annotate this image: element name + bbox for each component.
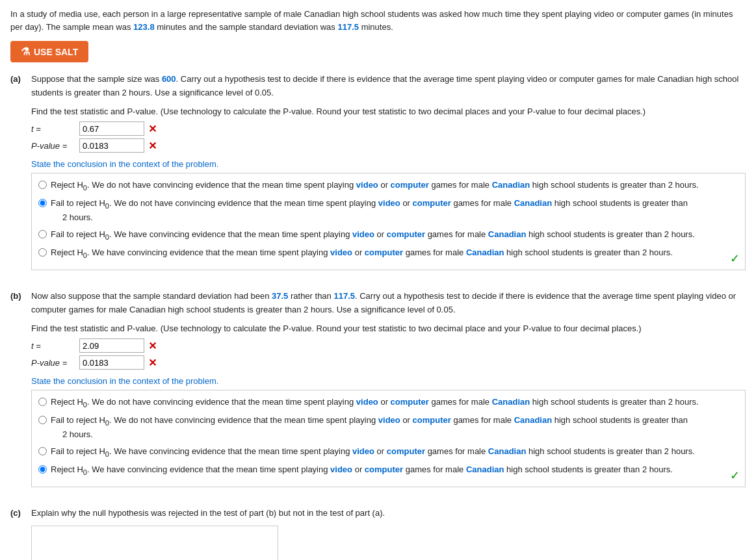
part-b-radio-4[interactable] [38,465,47,474]
part-a-radio-box: Reject H0. We do not have convincing evi… [31,173,746,270]
intro-paragraph: In a study of media use, each person in … [10,8,746,33]
part-b-sd-old: 117.5 [333,291,355,301]
part-b-t-clear[interactable]: ✕ [148,340,157,352]
part-a-state-conclusion: State the conclusion in the context of t… [31,159,746,169]
part-b-letter: (b) [10,290,31,301]
part-c-content: Explain why the null hypothesis was reje… [31,507,746,560]
part-b-pval-label: P-value = [31,358,77,368]
part-a-section: (a) Suppose that the sample size was 600… [10,73,746,277]
part-b-radio-2[interactable] [38,416,47,424]
part-b-option-4-text: Reject H0. We have convincing evidence t… [51,463,673,477]
part-b-find-text: Find the test statistic and P-value. (Us… [31,322,746,335]
part-a-pval-clear[interactable]: ✕ [148,140,157,152]
part-b-option-3-text: Fail to reject H0. We have convincing ev… [51,445,695,459]
part-b-option-1-text: Reject H0. We do not have convincing evi… [51,396,699,410]
part-b-option-3: Fail to reject H0. We have convincing ev… [38,445,738,459]
part-b-pval-input[interactable] [79,355,144,370]
part-b-t-label: t = [31,341,77,351]
part-b-sd-new: 37.5 [272,291,288,301]
part-b-state-conclusion: State the conclusion in the context of t… [31,376,746,386]
part-a-option-4: Reject H0. We have convincing evidence t… [38,246,738,261]
part-a-sample-size: 600 [162,74,176,84]
part-b-radio-box: Reject H0. We do not have convincing evi… [31,390,746,487]
part-a-option-1-text: Reject H0. We do not have convincing evi… [51,179,699,193]
mean-value: 123.8 [133,22,155,32]
sd-value: 117.5 [337,22,359,32]
part-a-option-3: Fail to reject H0. We have convincing ev… [38,228,738,242]
part-a-content: Suppose that the sample size was 600. Ca… [31,73,746,277]
part-a-letter: (a) [10,73,31,84]
part-b-pval-clear[interactable]: ✕ [148,357,157,369]
part-c-textarea[interactable] [31,526,278,560]
part-a-t-clear[interactable]: ✕ [148,123,157,135]
part-a-checkmark: ✓ [730,251,740,266]
part-b-option-4: Reject H0. We have convincing evidence t… [38,463,738,477]
part-a-option-4-text: Reject H0. We have convincing evidence t… [51,246,673,261]
part-a-radio-4[interactable] [38,248,47,257]
part-a-find-text: Find the test statistic and P-value. (Us… [31,105,746,118]
part-b-option-2: Fail to reject H0. We do not have convin… [38,414,738,441]
part-b-radio-3[interactable] [38,447,47,455]
part-b-content: Now also suppose that the sample standar… [31,290,746,494]
part-a-radio-2[interactable] [38,199,47,207]
part-a-pval-label: P-value = [31,141,77,151]
part-a-pval-row: P-value = ✕ [31,138,746,153]
part-a-option-2-text: Fail to reject H0. We do not have convin… [51,197,688,224]
part-a-t-row: t = ✕ [31,121,746,136]
part-a-t-label: t = [31,124,77,134]
salt-button-label: USE SALT [34,47,78,57]
part-b-section: (b) Now also suppose that the sample sta… [10,290,746,494]
part-c-section: (c) Explain why the null hypothesis was … [10,507,746,560]
part-b-t-input[interactable] [79,338,144,353]
part-a-option-1: Reject H0. We do not have convincing evi… [38,179,738,193]
part-a-t-input[interactable] [79,121,144,136]
salt-icon: ⚗ [21,45,30,58]
part-c-text: Explain why the null hypothesis was reje… [31,507,746,520]
part-c-letter: (c) [10,507,31,518]
part-a-option-3-text: Fail to reject H0. We have convincing ev… [51,228,695,242]
part-b-checkmark: ✓ [730,468,740,483]
part-b-t-row: t = ✕ [31,338,746,353]
part-a-radio-1[interactable] [38,181,47,189]
part-b-radio-1[interactable] [38,398,47,406]
part-a-pval-input[interactable] [79,138,144,153]
part-a-option-2: Fail to reject H0. We do not have convin… [38,197,738,224]
part-a-radio-3[interactable] [38,230,47,238]
use-salt-button[interactable]: ⚗ USE SALT [10,41,88,62]
part-b-option-2-text: Fail to reject H0. We do not have convin… [51,414,688,441]
part-b-option-1: Reject H0. We do not have convincing evi… [38,396,738,410]
part-b-pval-row: P-value = ✕ [31,355,746,370]
